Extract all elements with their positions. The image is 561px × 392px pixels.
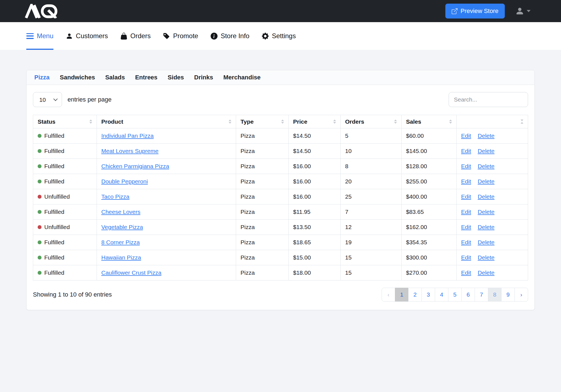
type-cell: Pizza (236, 144, 289, 159)
status-label: Fulfilled (44, 254, 64, 261)
nav-item-settings[interactable]: Settings (262, 22, 296, 50)
edit-link[interactable]: Edit (461, 239, 471, 245)
pagination-page[interactable]: 8 (488, 288, 501, 302)
type-cell: Pizza (236, 235, 289, 250)
bag-icon (120, 33, 127, 40)
category-tabs: Pizza Sandwiches Salads Entrees Sides Dr… (27, 70, 534, 85)
page-size-select[interactable]: 10 (33, 92, 62, 107)
status-dot (38, 134, 42, 138)
tab-sides[interactable]: Sides (168, 74, 184, 81)
column-header-type[interactable]: Type (236, 115, 289, 128)
edit-link[interactable]: Edit (461, 193, 471, 200)
product-link[interactable]: Double Pepperoni (101, 178, 148, 185)
status-dot (38, 180, 42, 183)
column-header-product[interactable]: Product (97, 115, 236, 128)
edit-link[interactable]: Edit (461, 178, 471, 185)
column-header-sales[interactable]: Sales (402, 115, 457, 128)
product-link[interactable]: Vegetable Pizza (101, 224, 143, 230)
delete-link[interactable]: Delete (478, 193, 495, 200)
pagination-next[interactable]: › (515, 288, 528, 302)
nav-item-label: Orders (130, 32, 151, 40)
product-link[interactable]: 8 Corner Pizza (101, 239, 140, 245)
pagination-page[interactable]: 7 (475, 288, 488, 302)
edit-link[interactable]: Edit (461, 133, 471, 139)
status-dot (38, 256, 42, 259)
status-label: Fulfilled (44, 133, 64, 139)
pagination-page[interactable]: 5 (448, 288, 462, 302)
column-header-price[interactable]: Price (289, 115, 341, 128)
sales-cell: $145.00 (402, 144, 457, 159)
menu-card: Pizza Sandwiches Salads Entrees Sides Dr… (26, 70, 535, 310)
products-table: Status Product Type Price (33, 115, 528, 281)
product-link[interactable]: Cheese Lovers (101, 209, 140, 215)
nav-item-label: Menu (37, 32, 53, 40)
sort-icon (521, 120, 523, 124)
product-link[interactable]: Taco Pizza (101, 193, 130, 200)
column-header-orders[interactable]: Orders (341, 115, 402, 128)
pagination-page[interactable]: 4 (435, 288, 448, 302)
status-dot (38, 164, 42, 168)
edit-link[interactable]: Edit (461, 269, 471, 276)
delete-link[interactable]: Delete (478, 148, 495, 154)
tab-drinks[interactable]: Drinks (194, 74, 213, 81)
sort-icon (394, 120, 397, 124)
tab-salads[interactable]: Salads (105, 74, 125, 81)
table-row: Fulfilled Cheese Lovers Pizza $11.95 7 $… (33, 204, 528, 220)
orders-cell: 8 (341, 159, 402, 174)
price-cell: $11.95 (289, 204, 341, 220)
price-cell: $15.00 (289, 250, 341, 265)
topbar: Preview Store (0, 0, 561, 22)
orders-cell: 10 (341, 144, 402, 159)
delete-link[interactable]: Delete (478, 178, 495, 185)
delete-link[interactable]: Delete (478, 224, 495, 230)
status-label: Fulfilled (44, 148, 64, 154)
column-header-status[interactable]: Status (33, 115, 97, 128)
edit-link[interactable]: Edit (461, 163, 471, 169)
type-cell: Pizza (236, 250, 289, 265)
edit-link[interactable]: Edit (461, 224, 471, 230)
nav-item-customers[interactable]: Customers (66, 22, 108, 50)
product-link[interactable]: Individual Pan Pizza (101, 133, 154, 139)
edit-link[interactable]: Edit (461, 254, 471, 261)
main-nav: Menu Customers Orders Promote Store Info… (0, 22, 561, 50)
pagination-prev[interactable]: ‹ (382, 288, 395, 302)
edit-link[interactable]: Edit (461, 148, 471, 154)
column-header-actions[interactable] (457, 115, 528, 128)
search-input[interactable] (449, 92, 528, 107)
nav-item-menu[interactable]: Menu (26, 22, 53, 50)
status-label: Fulfilled (44, 163, 64, 170)
tab-entrees[interactable]: Entrees (135, 74, 157, 81)
product-link[interactable]: Cauliflower Crust Pizza (101, 269, 161, 276)
delete-link[interactable]: Delete (478, 163, 495, 169)
tab-pizza[interactable]: Pizza (34, 74, 50, 81)
price-cell: $18.65 (289, 235, 341, 250)
orders-cell: 15 (341, 265, 402, 281)
delete-link[interactable]: Delete (478, 133, 495, 139)
table-footer: Showing 1 to 10 of 90 entries ‹ 1 2 3 4 (33, 288, 528, 302)
product-link[interactable]: Hawaiian Pizza (101, 254, 141, 261)
delete-link[interactable]: Delete (478, 239, 495, 245)
delete-link[interactable]: Delete (478, 209, 495, 215)
tab-sandwiches[interactable]: Sandwiches (60, 74, 95, 81)
status-dot (38, 240, 42, 244)
user-menu[interactable] (515, 7, 531, 15)
tab-merchandise[interactable]: Merchandise (223, 74, 261, 81)
external-link-icon (452, 8, 457, 14)
pagination-page[interactable]: 1 (395, 288, 409, 302)
delete-link[interactable]: Delete (478, 254, 495, 261)
column-header-label: Product (101, 118, 123, 125)
nav-item-orders[interactable]: Orders (120, 22, 151, 50)
preview-store-button[interactable]: Preview Store (445, 4, 505, 19)
aq-logo-icon (25, 4, 58, 18)
nav-item-promote[interactable]: Promote (163, 22, 198, 50)
pagination-page[interactable]: 3 (422, 288, 435, 302)
pagination-page[interactable]: 6 (461, 288, 475, 302)
pagination-page[interactable]: 9 (501, 288, 515, 302)
type-cell: Pizza (236, 265, 289, 281)
product-link[interactable]: Meat Lovers Supreme (101, 148, 159, 154)
delete-link[interactable]: Delete (478, 269, 495, 276)
product-link[interactable]: Chicken Parmigiana Pizza (101, 163, 169, 169)
edit-link[interactable]: Edit (461, 209, 471, 215)
nav-item-store-info[interactable]: Store Info (211, 22, 249, 50)
pagination-page[interactable]: 2 (408, 288, 422, 302)
